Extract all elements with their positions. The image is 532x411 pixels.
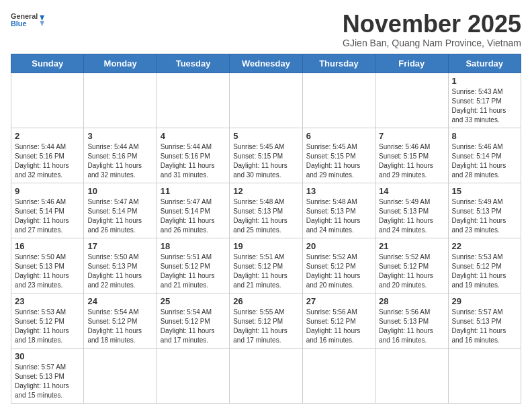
calendar-cell xyxy=(11,73,84,128)
cell-content: Sunrise: 5:57 AM Sunset: 5:13 PM Dayligh… xyxy=(15,363,80,400)
svg-marker-3 xyxy=(40,21,44,26)
logo-icon: General Blue xyxy=(11,11,44,31)
day-number: 20 xyxy=(306,241,371,251)
cell-content: Sunrise: 5:50 AM Sunset: 5:13 PM Dayligh… xyxy=(15,253,80,290)
day-number: 24 xyxy=(87,296,152,306)
calendar-cell: 10Sunrise: 5:47 AM Sunset: 5:14 PM Dayli… xyxy=(84,183,157,238)
cell-content: Sunrise: 5:46 AM Sunset: 5:15 PM Dayligh… xyxy=(379,142,444,180)
calendar-cell: 16Sunrise: 5:50 AM Sunset: 5:13 PM Dayli… xyxy=(11,238,84,293)
logo: General Blue xyxy=(11,11,44,32)
cell-content: Sunrise: 5:56 AM Sunset: 5:13 PM Dayligh… xyxy=(379,308,444,345)
cell-content: Sunrise: 5:43 AM Sunset: 5:17 PM Dayligh… xyxy=(452,87,517,125)
calendar-cell xyxy=(157,73,229,128)
cell-content: Sunrise: 5:44 AM Sunset: 5:16 PM Dayligh… xyxy=(161,142,226,180)
day-number: 22 xyxy=(452,241,517,251)
day-number: 30 xyxy=(15,351,80,361)
calendar-cell: 25Sunrise: 5:54 AM Sunset: 5:12 PM Dayli… xyxy=(157,293,229,348)
calendar-cell: 30Sunrise: 5:57 AM Sunset: 5:13 PM Dayli… xyxy=(11,348,84,403)
calendar-cell: 9Sunrise: 5:46 AM Sunset: 5:14 PM Daylig… xyxy=(11,183,84,238)
day-number: 1 xyxy=(452,76,517,86)
col-sunday: Sunday xyxy=(11,54,84,73)
cell-content: Sunrise: 5:45 AM Sunset: 5:15 PM Dayligh… xyxy=(233,142,298,180)
cell-content: Sunrise: 5:55 AM Sunset: 5:12 PM Dayligh… xyxy=(233,308,298,345)
calendar-cell: 3Sunrise: 5:44 AM Sunset: 5:16 PM Daylig… xyxy=(84,128,157,183)
col-tuesday: Tuesday xyxy=(157,54,229,73)
day-number: 8 xyxy=(452,131,517,141)
svg-text:Blue: Blue xyxy=(11,19,26,28)
calendar-cell: 13Sunrise: 5:48 AM Sunset: 5:13 PM Dayli… xyxy=(302,183,375,238)
calendar-cell: 20Sunrise: 5:52 AM Sunset: 5:12 PM Dayli… xyxy=(302,238,375,293)
calendar-cell: 1Sunrise: 5:43 AM Sunset: 5:17 PM Daylig… xyxy=(448,73,521,128)
cell-content: Sunrise: 5:54 AM Sunset: 5:12 PM Dayligh… xyxy=(161,308,226,345)
cell-content: Sunrise: 5:47 AM Sunset: 5:14 PM Dayligh… xyxy=(161,197,226,235)
cell-content: Sunrise: 5:52 AM Sunset: 5:12 PM Dayligh… xyxy=(306,253,371,290)
day-number: 23 xyxy=(15,296,80,306)
calendar-cell: 6Sunrise: 5:45 AM Sunset: 5:15 PM Daylig… xyxy=(302,128,375,183)
day-number: 7 xyxy=(379,131,444,141)
cell-content: Sunrise: 5:57 AM Sunset: 5:13 PM Dayligh… xyxy=(452,308,517,345)
calendar-cell xyxy=(302,73,375,128)
calendar-cell: 5Sunrise: 5:45 AM Sunset: 5:15 PM Daylig… xyxy=(230,128,302,183)
calendar-cell: 2Sunrise: 5:44 AM Sunset: 5:16 PM Daylig… xyxy=(11,128,84,183)
cell-content: Sunrise: 5:46 AM Sunset: 5:14 PM Dayligh… xyxy=(15,197,80,235)
day-number: 16 xyxy=(15,241,80,251)
svg-marker-2 xyxy=(40,15,44,21)
day-number: 17 xyxy=(87,241,152,251)
col-friday: Friday xyxy=(375,54,448,73)
calendar-cell xyxy=(448,348,521,403)
calendar-cell: 19Sunrise: 5:51 AM Sunset: 5:12 PM Dayli… xyxy=(230,238,302,293)
calendar-cell xyxy=(375,348,448,403)
calendar-week-row: 2Sunrise: 5:44 AM Sunset: 5:16 PM Daylig… xyxy=(11,128,521,183)
calendar-week-row: 16Sunrise: 5:50 AM Sunset: 5:13 PM Dayli… xyxy=(11,238,521,293)
cell-content: Sunrise: 5:47 AM Sunset: 5:14 PM Dayligh… xyxy=(87,197,152,235)
cell-content: Sunrise: 5:50 AM Sunset: 5:13 PM Dayligh… xyxy=(87,253,152,290)
day-number: 2 xyxy=(15,131,80,141)
day-number: 4 xyxy=(161,131,226,141)
col-thursday: Thursday xyxy=(302,54,375,73)
calendar-cell: 22Sunrise: 5:53 AM Sunset: 5:12 PM Dayli… xyxy=(448,238,521,293)
calendar-cell: 23Sunrise: 5:53 AM Sunset: 5:12 PM Dayli… xyxy=(11,293,84,348)
calendar-cell: 29Sunrise: 5:57 AM Sunset: 5:13 PM Dayli… xyxy=(448,293,521,348)
cell-content: Sunrise: 5:53 AM Sunset: 5:12 PM Dayligh… xyxy=(15,308,80,345)
day-number: 28 xyxy=(379,296,444,306)
day-number: 25 xyxy=(161,296,226,306)
calendar-week-row: 23Sunrise: 5:53 AM Sunset: 5:12 PM Dayli… xyxy=(11,293,521,348)
day-number: 26 xyxy=(233,296,298,306)
col-monday: Monday xyxy=(84,54,157,73)
calendar-cell: 15Sunrise: 5:49 AM Sunset: 5:13 PM Dayli… xyxy=(448,183,521,238)
page-header: General Blue November 2025 GJien Ban, Qu… xyxy=(11,11,521,48)
day-number: 3 xyxy=(87,131,152,141)
calendar-cell: 28Sunrise: 5:56 AM Sunset: 5:13 PM Dayli… xyxy=(375,293,448,348)
col-wednesday: Wednesday xyxy=(230,54,302,73)
cell-content: Sunrise: 5:54 AM Sunset: 5:12 PM Dayligh… xyxy=(87,308,152,345)
calendar-cell: 7Sunrise: 5:46 AM Sunset: 5:15 PM Daylig… xyxy=(375,128,448,183)
day-number: 6 xyxy=(306,131,371,141)
svg-text:General: General xyxy=(11,12,38,20)
calendar-cell xyxy=(230,348,302,403)
cell-content: Sunrise: 5:48 AM Sunset: 5:13 PM Dayligh… xyxy=(306,197,371,235)
calendar-cell xyxy=(84,73,157,128)
day-number: 5 xyxy=(233,131,298,141)
cell-content: Sunrise: 5:45 AM Sunset: 5:15 PM Dayligh… xyxy=(306,142,371,180)
day-number: 13 xyxy=(306,186,371,196)
cell-content: Sunrise: 5:52 AM Sunset: 5:12 PM Dayligh… xyxy=(379,253,444,290)
calendar-cell: 26Sunrise: 5:55 AM Sunset: 5:12 PM Dayli… xyxy=(230,293,302,348)
calendar-cell: 11Sunrise: 5:47 AM Sunset: 5:14 PM Dayli… xyxy=(157,183,229,238)
calendar-cell: 21Sunrise: 5:52 AM Sunset: 5:12 PM Dayli… xyxy=(375,238,448,293)
calendar-cell xyxy=(230,73,302,128)
cell-content: Sunrise: 5:51 AM Sunset: 5:12 PM Dayligh… xyxy=(161,253,226,290)
day-number: 18 xyxy=(161,241,226,251)
location-subtitle: GJien Ban, Quang Nam Province, Vietnam xyxy=(343,38,521,48)
col-saturday: Saturday xyxy=(448,54,521,73)
calendar-cell: 24Sunrise: 5:54 AM Sunset: 5:12 PM Dayli… xyxy=(84,293,157,348)
day-number: 12 xyxy=(233,186,298,196)
calendar-header-row: Sunday Monday Tuesday Wednesday Thursday… xyxy=(11,54,521,73)
calendar-cell: 17Sunrise: 5:50 AM Sunset: 5:13 PM Dayli… xyxy=(84,238,157,293)
cell-content: Sunrise: 5:48 AM Sunset: 5:13 PM Dayligh… xyxy=(233,197,298,235)
calendar-cell xyxy=(157,348,229,403)
calendar-cell: 18Sunrise: 5:51 AM Sunset: 5:12 PM Dayli… xyxy=(157,238,229,293)
day-number: 21 xyxy=(379,241,444,251)
calendar-cell: 14Sunrise: 5:49 AM Sunset: 5:13 PM Dayli… xyxy=(375,183,448,238)
calendar-week-row: 30Sunrise: 5:57 AM Sunset: 5:13 PM Dayli… xyxy=(11,348,521,403)
day-number: 19 xyxy=(233,241,298,251)
